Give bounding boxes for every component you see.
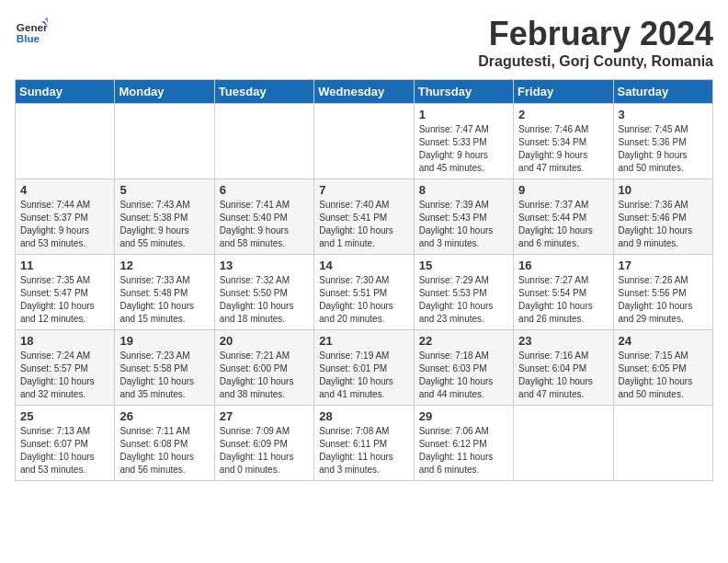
calendar-table: SundayMondayTuesdayWednesdayThursdayFrid… <box>15 79 713 481</box>
day-info: Sunrise: 7:35 AM Sunset: 5:47 PM Dayligh… <box>20 274 109 326</box>
day-number: 5 <box>119 183 209 197</box>
calendar-cell: 10Sunrise: 7:36 AM Sunset: 5:46 PM Dayli… <box>613 179 712 255</box>
calendar-cell <box>514 406 613 481</box>
calendar-cell: 15Sunrise: 7:29 AM Sunset: 5:53 PM Dayli… <box>414 255 513 330</box>
day-info: Sunrise: 7:13 AM Sunset: 6:07 PM Dayligh… <box>20 425 109 477</box>
day-number: 1 <box>419 108 508 121</box>
day-info: Sunrise: 7:40 AM Sunset: 5:41 PM Dayligh… <box>319 199 408 250</box>
calendar-cell: 17Sunrise: 7:26 AM Sunset: 5:56 PM Dayli… <box>613 255 712 330</box>
day-info: Sunrise: 7:37 AM Sunset: 5:44 PM Dayligh… <box>518 199 608 250</box>
day-info: Sunrise: 7:09 AM Sunset: 6:09 PM Dayligh… <box>220 425 309 477</box>
weekday-header-sunday: Sunday <box>16 80 115 104</box>
calendar-cell: 21Sunrise: 7:19 AM Sunset: 6:01 PM Dayli… <box>314 330 414 406</box>
day-info: Sunrise: 7:44 AM Sunset: 5:37 PM Dayligh… <box>20 199 109 250</box>
day-info: Sunrise: 7:45 AM Sunset: 5:36 PM Dayligh… <box>619 123 708 175</box>
day-number: 4 <box>20 183 109 197</box>
weekday-header-wednesday: Wednesday <box>314 80 414 104</box>
day-info: Sunrise: 7:27 AM Sunset: 5:54 PM Dayligh… <box>518 274 608 326</box>
day-info: Sunrise: 7:32 AM Sunset: 5:50 PM Dayligh… <box>220 274 309 326</box>
calendar-cell: 14Sunrise: 7:30 AM Sunset: 5:51 PM Dayli… <box>314 255 414 330</box>
day-info: Sunrise: 7:26 AM Sunset: 5:56 PM Dayligh… <box>619 274 708 326</box>
day-info: Sunrise: 7:23 AM Sunset: 5:58 PM Dayligh… <box>119 350 209 401</box>
day-number: 13 <box>220 259 309 272</box>
day-number: 12 <box>119 259 209 272</box>
day-number: 9 <box>518 183 608 197</box>
day-info: Sunrise: 7:11 AM Sunset: 6:08 PM Dayligh… <box>119 425 209 477</box>
calendar-subtitle: Dragutesti, Gorj County, Romania <box>478 53 713 70</box>
page-header: General Blue February 2024 Dragutesti, G… <box>15 15 713 70</box>
calendar-cell: 3Sunrise: 7:45 AM Sunset: 5:36 PM Daylig… <box>613 104 712 179</box>
day-info: Sunrise: 7:16 AM Sunset: 6:04 PM Dayligh… <box>518 350 608 401</box>
calendar-cell: 25Sunrise: 7:13 AM Sunset: 6:07 PM Dayli… <box>16 406 115 481</box>
calendar-cell: 4Sunrise: 7:44 AM Sunset: 5:37 PM Daylig… <box>16 179 115 255</box>
day-number: 23 <box>518 334 608 348</box>
day-number: 11 <box>20 259 109 272</box>
calendar-cell: 28Sunrise: 7:08 AM Sunset: 6:11 PM Dayli… <box>314 406 414 481</box>
logo: General Blue <box>15 15 48 48</box>
day-number: 16 <box>518 259 608 272</box>
calendar-cell: 18Sunrise: 7:24 AM Sunset: 5:57 PM Dayli… <box>16 330 115 406</box>
day-info: Sunrise: 7:24 AM Sunset: 5:57 PM Dayligh… <box>20 350 109 401</box>
calendar-cell: 9Sunrise: 7:37 AM Sunset: 5:44 PM Daylig… <box>514 179 613 255</box>
day-number: 21 <box>319 334 408 348</box>
calendar-week-1: 1Sunrise: 7:47 AM Sunset: 5:33 PM Daylig… <box>16 104 713 179</box>
day-info: Sunrise: 7:46 AM Sunset: 5:34 PM Dayligh… <box>518 123 608 175</box>
calendar-cell <box>214 104 313 179</box>
day-number: 17 <box>619 259 708 272</box>
day-number: 7 <box>319 183 408 197</box>
day-info: Sunrise: 7:41 AM Sunset: 5:40 PM Dayligh… <box>220 199 309 250</box>
calendar-cell: 20Sunrise: 7:21 AM Sunset: 6:00 PM Dayli… <box>214 330 313 406</box>
calendar-week-5: 25Sunrise: 7:13 AM Sunset: 6:07 PM Dayli… <box>16 406 713 481</box>
day-number: 6 <box>220 183 309 197</box>
day-number: 18 <box>20 334 109 348</box>
day-number: 2 <box>518 108 608 121</box>
day-number: 28 <box>319 409 408 423</box>
day-info: Sunrise: 7:36 AM Sunset: 5:46 PM Dayligh… <box>619 199 708 250</box>
calendar-cell: 26Sunrise: 7:11 AM Sunset: 6:08 PM Dayli… <box>115 406 214 481</box>
day-info: Sunrise: 7:39 AM Sunset: 5:43 PM Dayligh… <box>419 199 508 250</box>
weekday-header-tuesday: Tuesday <box>214 80 313 104</box>
calendar-cell: 1Sunrise: 7:47 AM Sunset: 5:33 PM Daylig… <box>414 104 513 179</box>
day-info: Sunrise: 7:30 AM Sunset: 5:51 PM Dayligh… <box>319 274 408 326</box>
day-info: Sunrise: 7:18 AM Sunset: 6:03 PM Dayligh… <box>419 350 508 401</box>
calendar-cell: 11Sunrise: 7:35 AM Sunset: 5:47 PM Dayli… <box>16 255 115 330</box>
day-number: 29 <box>419 409 508 423</box>
calendar-cell: 16Sunrise: 7:27 AM Sunset: 5:54 PM Dayli… <box>514 255 613 330</box>
day-number: 26 <box>119 409 209 423</box>
title-block: February 2024 Dragutesti, Gorj County, R… <box>478 15 713 70</box>
day-number: 24 <box>619 334 708 348</box>
day-number: 25 <box>20 409 109 423</box>
calendar-week-3: 11Sunrise: 7:35 AM Sunset: 5:47 PM Dayli… <box>16 255 713 330</box>
calendar-title: February 2024 <box>478 15 713 53</box>
weekday-header-friday: Friday <box>514 80 613 104</box>
weekday-header-row: SundayMondayTuesdayWednesdayThursdayFrid… <box>16 80 713 104</box>
calendar-cell: 22Sunrise: 7:18 AM Sunset: 6:03 PM Dayli… <box>414 330 513 406</box>
day-info: Sunrise: 7:29 AM Sunset: 5:53 PM Dayligh… <box>419 274 508 326</box>
calendar-week-4: 18Sunrise: 7:24 AM Sunset: 5:57 PM Dayli… <box>16 330 713 406</box>
day-info: Sunrise: 7:08 AM Sunset: 6:11 PM Dayligh… <box>319 425 408 477</box>
day-info: Sunrise: 7:19 AM Sunset: 6:01 PM Dayligh… <box>319 350 408 401</box>
logo-icon: General Blue <box>15 15 48 48</box>
calendar-cell: 23Sunrise: 7:16 AM Sunset: 6:04 PM Dayli… <box>514 330 613 406</box>
calendar-cell: 27Sunrise: 7:09 AM Sunset: 6:09 PM Dayli… <box>214 406 313 481</box>
calendar-cell: 6Sunrise: 7:41 AM Sunset: 5:40 PM Daylig… <box>214 179 313 255</box>
calendar-cell <box>16 104 115 179</box>
calendar-cell: 2Sunrise: 7:46 AM Sunset: 5:34 PM Daylig… <box>514 104 613 179</box>
calendar-cell: 24Sunrise: 7:15 AM Sunset: 6:05 PM Dayli… <box>613 330 712 406</box>
day-info: Sunrise: 7:43 AM Sunset: 5:38 PM Dayligh… <box>119 199 209 250</box>
calendar-cell: 8Sunrise: 7:39 AM Sunset: 5:43 PM Daylig… <box>414 179 513 255</box>
calendar-cell: 5Sunrise: 7:43 AM Sunset: 5:38 PM Daylig… <box>115 179 214 255</box>
calendar-cell: 19Sunrise: 7:23 AM Sunset: 5:58 PM Dayli… <box>115 330 214 406</box>
day-number: 22 <box>419 334 508 348</box>
day-number: 19 <box>119 334 209 348</box>
weekday-header-thursday: Thursday <box>414 80 513 104</box>
weekday-header-monday: Monday <box>115 80 214 104</box>
calendar-cell <box>314 104 414 179</box>
svg-text:Blue: Blue <box>17 32 40 44</box>
day-number: 27 <box>220 409 309 423</box>
day-info: Sunrise: 7:33 AM Sunset: 5:48 PM Dayligh… <box>119 274 209 326</box>
day-number: 10 <box>619 183 708 197</box>
day-number: 8 <box>419 183 508 197</box>
calendar-cell <box>115 104 214 179</box>
calendar-week-2: 4Sunrise: 7:44 AM Sunset: 5:37 PM Daylig… <box>16 179 713 255</box>
